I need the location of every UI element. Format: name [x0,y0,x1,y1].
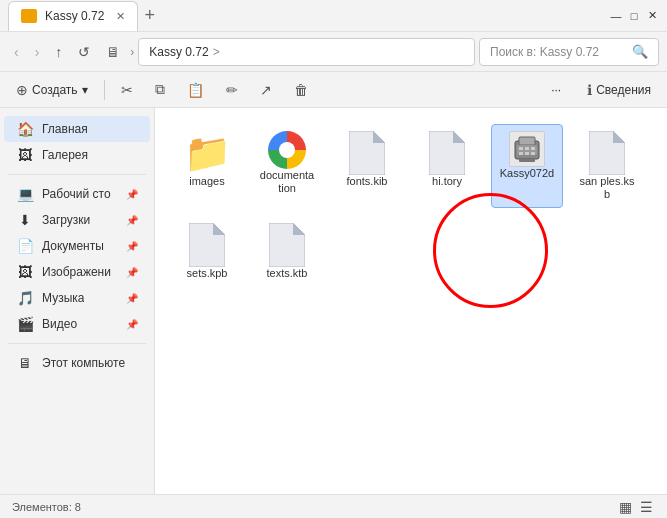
pin-icon-music: 📌 [126,293,138,304]
file-item-documentation[interactable]: documentation [251,124,323,208]
file-item-images[interactable]: 📁 images [171,124,243,208]
file-item-samples[interactable]: san ples.ksb [571,124,643,208]
svedenia-label: Сведения [596,83,651,97]
monitor-button[interactable]: 🖥 [100,40,126,64]
file-name-kassy: Kassy072d [500,167,554,180]
sidebar: 🏠 Главная 🖼 Галерея 💻 Рабочий сто 📌 ⬇ За… [0,108,155,494]
toolbar: ⊕ Создать ▾ ✂ ⧉ 📋 ✏ ↗ 🗑 ··· ℹ Сведения [0,72,667,108]
sidebar-gallery-label: Галерея [42,148,88,162]
path-kassy: Kassy 0.72 [149,45,208,59]
element-count: Элементов: 8 [12,501,81,513]
texts-file-icon [269,223,305,267]
status-bar: Элементов: 8 ▦ ☰ [0,494,667,518]
share-icon: ↗ [260,82,272,98]
file-item-texts[interactable]: texts.ktb [251,216,323,287]
more-button[interactable]: ··· [543,79,569,101]
search-icon: 🔍 [632,44,648,59]
grid-view-button[interactable]: ▦ [617,497,634,517]
sidebar-item-video[interactable]: 🎬 Видео 📌 [4,311,150,337]
tab-label: Kassy 0.72 [45,9,104,23]
sidebar-music-label: Музыка [42,291,84,305]
history-file-icon [429,131,465,175]
svg-rect-11 [525,152,529,155]
sidebar-item-documents[interactable]: 📄 Документы 📌 [4,233,150,259]
info-icon: ℹ [587,82,592,98]
sidebar-item-home[interactable]: 🏠 Главная [4,116,150,142]
home-icon: 🏠 [16,121,34,137]
new-tab-button[interactable]: + [144,5,155,26]
tab-close-button[interactable]: ✕ [116,10,125,23]
file-item-history[interactable]: hi.tory [411,124,483,208]
pin-icon-video: 📌 [126,319,138,330]
sidebar-desktop-label: Рабочий сто [42,187,111,201]
path-sep-2: > [213,45,220,59]
toolbar-separator-1 [104,80,105,100]
svg-marker-17 [213,223,225,235]
svg-rect-12 [531,152,535,155]
sidebar-divider-1 [8,174,146,175]
file-name-texts: texts.ktb [267,267,308,280]
documents-icon: 📄 [16,238,34,254]
more-label: ··· [551,83,561,97]
file-item-sets[interactable]: sets.kpb [171,216,243,287]
file-area: 📁 images documentation fonts.kib [155,108,667,494]
sidebar-item-desktop[interactable]: 💻 Рабочий сто 📌 [4,181,150,207]
paste-button[interactable]: 📋 [179,78,212,102]
sidebar-item-music[interactable]: 🎵 Музыка 📌 [4,285,150,311]
delete-button[interactable]: 🗑 [286,78,316,102]
title-bar: Kassy 0.72 ✕ + — □ ✕ [0,0,667,32]
rename-icon: ✏ [226,82,238,98]
sidebar-divider-2 [8,343,146,344]
svg-rect-9 [531,147,535,150]
cut-button[interactable]: ✂ [113,78,141,102]
chrome-icon [268,131,306,169]
svg-rect-5 [519,137,535,145]
refresh-button[interactable]: ↺ [72,40,96,64]
svg-rect-7 [519,147,523,150]
up-button[interactable]: ↑ [49,40,68,64]
maximize-button[interactable]: □ [627,9,641,23]
scissors-icon: ✂ [121,82,133,98]
sets-file-icon [189,223,225,267]
sidebar-item-downloads[interactable]: ⬇ Загрузки 📌 [4,207,150,233]
create-icon: ⊕ [16,82,28,98]
trash-icon: 🗑 [294,82,308,98]
sidebar-pictures-label: Изображени [42,265,111,279]
tab-folder-icon [21,9,37,23]
file-name-sets: sets.kpb [187,267,228,280]
address-path[interactable]: Kassy 0.72 > [138,38,475,66]
sidebar-item-pictures[interactable]: 🖼 Изображени 📌 [4,259,150,285]
pin-icon-pictures: 📌 [126,267,138,278]
rename-button[interactable]: ✏ [218,78,246,102]
browser-tab[interactable]: Kassy 0.72 ✕ [8,1,138,31]
create-dropdown-icon: ▾ [82,83,88,97]
svedenia-button[interactable]: ℹ Сведения [579,78,659,102]
search-box[interactable]: Поиск в: Kassy 0.72 🔍 [479,38,659,66]
file-item-kassy[interactable]: Kassy072d [491,124,563,208]
file-item-fonts[interactable]: fonts.kib [331,124,403,208]
minimize-button[interactable]: — [609,9,623,23]
svg-rect-13 [519,159,535,162]
list-view-button[interactable]: ☰ [638,497,655,517]
back-button[interactable]: ‹ [8,40,25,64]
create-button[interactable]: ⊕ Создать ▾ [8,78,96,102]
sidebar-item-thispc[interactable]: 🖥 Этот компьюте [4,350,150,376]
copy-icon: ⧉ [155,81,165,98]
search-placeholder: Поиск в: Kassy 0.72 [490,45,599,59]
generic-file-icon [349,131,385,175]
copy-button[interactable]: ⧉ [147,77,173,102]
sidebar-downloads-label: Загрузки [42,213,90,227]
forward-button[interactable]: › [29,40,46,64]
sidebar-documents-label: Документы [42,239,104,253]
close-button[interactable]: ✕ [645,9,659,23]
music-icon: 🎵 [16,290,34,306]
sidebar-thispc-label: Этот компьюте [42,356,125,370]
sidebar-home-label: Главная [42,122,88,136]
sidebar-item-gallery[interactable]: 🖼 Галерея [4,142,150,168]
file-name-images: images [189,175,224,188]
share-button[interactable]: ↗ [252,78,280,102]
svg-rect-10 [519,152,523,155]
svg-rect-8 [525,147,529,150]
file-name-documentation: documentation [260,169,314,195]
downloads-icon: ⬇ [16,212,34,228]
